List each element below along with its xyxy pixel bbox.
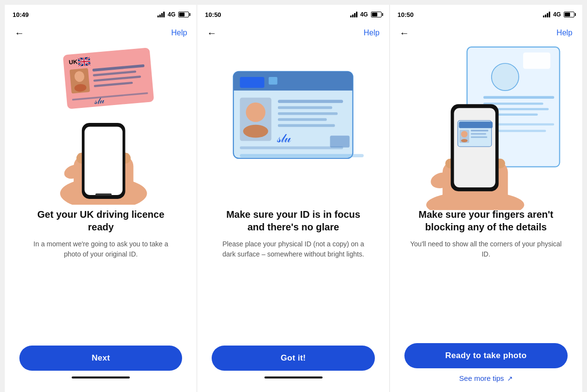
nav-bar-1: ← Help (5, 22, 197, 44)
svg-rect-36 (278, 106, 332, 109)
home-indicator-2 (264, 377, 323, 378)
svg-rect-39 (278, 124, 335, 127)
text-section-3: Make sure your fingers aren't blocking a… (404, 208, 568, 333)
ready-button[interactable]: Ready to take photo (404, 343, 568, 368)
svg-text:𝓈𝓁𝓊: 𝓈𝓁𝓊 (93, 96, 105, 106)
svg-rect-43 (240, 154, 364, 157)
svg-rect-26 (95, 194, 112, 196)
content-2: 𝓈𝓁𝓊 Make sure your ID is in focus and th… (197, 44, 389, 336)
battery-icon-1 (178, 12, 189, 17)
status-bar-2: 10:50 4G (197, 5, 389, 22)
svg-text:𝓈𝓁𝓊: 𝓈𝓁𝓊 (277, 132, 291, 145)
svg-text:UK: UK (69, 59, 78, 66)
fingers-blocking-svg (404, 44, 568, 210)
nav-bar-3: ← Help (390, 22, 582, 44)
bottom-area-1: Next (5, 336, 197, 392)
sub-text-2: Please place your physical ID (not a cop… (216, 239, 370, 259)
illustration-3 (404, 53, 568, 198)
network-3: 4G (553, 11, 561, 18)
svg-rect-38 (278, 118, 327, 121)
svg-rect-60 (459, 121, 493, 128)
nav-bar-2: ← Help (197, 22, 389, 44)
signal-icon-1 (157, 12, 165, 17)
svg-rect-42 (330, 136, 350, 148)
back-button-3[interactable]: ← (400, 28, 409, 39)
svg-rect-46 (483, 96, 554, 99)
text-section-1: Get your UK driving licence ready In a m… (19, 208, 182, 336)
sub-text-1: In a moment we're going to ask you to ta… (24, 239, 177, 259)
svg-point-33 (246, 103, 265, 122)
svg-rect-31 (269, 77, 278, 85)
illustration-1: UK (19, 53, 182, 198)
signal-icon-2 (350, 12, 357, 17)
time-2: 10:50 (205, 11, 221, 18)
status-icons-1: 4G (157, 11, 189, 18)
svg-point-62 (461, 131, 467, 137)
network-2: 4G (360, 11, 368, 18)
see-more-tips-label: See more tips (459, 374, 504, 382)
svg-rect-25 (85, 127, 123, 195)
svg-point-45 (492, 63, 519, 90)
content-1: UK (5, 44, 197, 336)
battery-icon-3 (564, 12, 574, 17)
svg-rect-65 (471, 133, 486, 135)
home-indicator-1 (72, 377, 130, 378)
main-title-2: Make sure your ID is in focus and there'… (216, 208, 370, 233)
svg-rect-40 (240, 147, 343, 150)
svg-line-10 (84, 58, 84, 66)
content-3: Make sure your fingers aren't blocking a… (390, 44, 582, 333)
status-bar-1: 10:49 4G (5, 5, 197, 22)
help-link-1[interactable]: Help (171, 29, 187, 37)
got-it-button[interactable]: Got it! (212, 346, 374, 371)
screen-2: 10:50 4G ← Help (197, 5, 389, 392)
status-icons-2: 4G (350, 11, 382, 18)
illustration-2: 𝓈𝓁𝓊 (212, 53, 374, 198)
time-3: 10:50 (398, 11, 414, 18)
signal-icon-3 (543, 12, 550, 17)
svg-rect-35 (278, 100, 343, 103)
battery-icon-2 (371, 12, 382, 17)
see-more-tips-button[interactable]: See more tips ↗ (459, 374, 513, 382)
time-1: 10:49 (13, 11, 29, 18)
screen-1: 10:49 4G ← Help (5, 5, 197, 392)
bottom-area-3: Ready to take photo See more tips ↗ (390, 333, 582, 392)
main-title-3: Make sure your fingers aren't blocking a… (409, 208, 563, 233)
external-link-icon: ↗ (507, 375, 513, 382)
status-bar-3: 10:50 4G (390, 5, 582, 22)
svg-rect-34 (243, 125, 268, 138)
back-button-1[interactable]: ← (15, 28, 24, 39)
screens-container: 10:49 4G ← Help (5, 5, 582, 392)
svg-rect-37 (278, 112, 338, 115)
network-1: 4G (168, 11, 175, 18)
svg-rect-66 (471, 136, 487, 137)
next-button[interactable]: Next (19, 346, 182, 371)
bottom-area-2: Got it! (197, 336, 389, 392)
sub-text-3: You'll need to show all the corners of y… (409, 239, 563, 259)
driving-licence-svg: UK (19, 47, 182, 204)
help-link-3[interactable]: Help (556, 29, 572, 37)
main-title-1: Get your UK driving licence ready (24, 208, 177, 233)
screen-3: 10:50 4G ← Help (390, 5, 582, 392)
svg-rect-58 (454, 108, 495, 187)
svg-rect-63 (461, 139, 467, 142)
svg-rect-30 (240, 77, 264, 88)
svg-rect-64 (471, 130, 488, 131)
id-focus-svg: 𝓈𝓁𝓊 (212, 50, 374, 202)
svg-rect-52 (523, 52, 550, 69)
text-section-2: Make sure your ID is in focus and there'… (212, 208, 374, 336)
back-button-2[interactable]: ← (207, 28, 216, 39)
help-link-2[interactable]: Help (364, 29, 380, 37)
status-icons-3: 4G (543, 11, 574, 18)
